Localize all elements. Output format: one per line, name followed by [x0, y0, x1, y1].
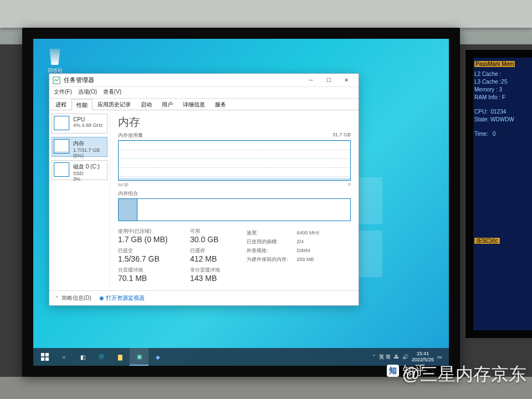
- close-button[interactable]: ✕: [337, 74, 355, 87]
- performance-sidebar: CPU 4% 4.68 GHz 内存 1.7/31.7 GB (5%) 磁盘 0…: [49, 110, 110, 290]
- author-watermark: @三星内存京东: [402, 362, 526, 387]
- recycle-bin-icon: [46, 47, 64, 65]
- tab-startup[interactable]: 启动: [136, 99, 157, 110]
- edge-button[interactable]: ⓔ: [92, 348, 111, 366]
- open-resource-monitor-link[interactable]: ◉ 打开资源监视器: [99, 294, 145, 302]
- start-button[interactable]: [35, 348, 54, 366]
- task-manager-window: 任务管理器 ─ ☐ ✕ 文件(F) 选项(O) 查看(V) 进程 性能 应用历史…: [49, 73, 359, 306]
- desktop[interactable]: 回收站 任务管理器 ─ ☐ ✕ 文件(F) 选项(O) 查看(V) 进程 性能: [33, 39, 449, 366]
- stat-available: 30.0 GB: [190, 235, 245, 244]
- fewer-details-link[interactable]: 简略信息(D): [62, 294, 91, 302]
- sidebar-item-memory[interactable]: 内存 1.7/31.7 GB (5%): [52, 137, 108, 157]
- stat-nonpaged: 143 MB: [190, 274, 245, 283]
- stat-cached: 412 MB: [190, 254, 245, 263]
- spec-speed: 6400 MHz: [297, 229, 320, 237]
- clock[interactable]: 15:41 2022/5/25: [412, 351, 434, 363]
- task-manager-icon: [53, 76, 60, 84]
- edge-icon: ⓔ: [99, 353, 104, 361]
- stat-committed: 1.5/36.7 GB: [118, 254, 190, 263]
- passmark-esc: (ESC)/(c: [474, 238, 500, 244]
- panel-heading: 内存: [118, 115, 351, 130]
- minimize-button[interactable]: ─: [302, 74, 320, 87]
- tab-users[interactable]: 用户: [157, 99, 178, 110]
- primary-monitor: 回收站 任务管理器 ─ ☐ ✕ 文件(F) 选项(O) 查看(V) 进程 性能: [22, 28, 460, 377]
- sidebar-item-disk[interactable]: 磁盘 0 (C:) SSD 3%: [52, 160, 108, 180]
- memory-spec-table: 速度:6400 MHz 已使用的插槽:2/4 外形规格:DIMM 为硬件保留的内…: [245, 228, 321, 264]
- memory-usage-graph[interactable]: [118, 140, 351, 181]
- notifications-icon[interactable]: ▭: [437, 354, 442, 360]
- taskmgr-footer: ⌃ 简略信息(D) ◉ 打开资源监视器: [49, 290, 359, 305]
- ime-indicator[interactable]: 英 简: [379, 354, 391, 361]
- window-title: 任务管理器: [64, 76, 94, 84]
- app-button[interactable]: ◆: [149, 348, 167, 366]
- tabbar: 进程 性能 应用历史记录 启动 用户 详细信息 服务: [49, 98, 359, 110]
- app-icon: ◆: [156, 354, 160, 360]
- chevron-up-icon: ⌃: [55, 295, 59, 301]
- usage-graph-max: 31.7 GB: [332, 132, 351, 139]
- menu-file[interactable]: 文件(F): [54, 89, 72, 95]
- taskmgr-icon: ▣: [137, 354, 142, 360]
- spec-form: DIMM: [297, 247, 320, 254]
- folder-icon: ▇: [118, 354, 122, 360]
- volume-icon[interactable]: 🔊: [402, 354, 408, 360]
- composition-label: 内存组合: [118, 190, 138, 197]
- maximize-button[interactable]: ☐: [320, 74, 337, 87]
- search-icon: ○: [62, 354, 65, 360]
- tab-app-history[interactable]: 应用历史记录: [93, 99, 136, 110]
- search-button[interactable]: ○: [54, 348, 73, 366]
- recycle-bin[interactable]: 回收站: [42, 47, 68, 74]
- spec-slots: 2/4: [297, 238, 320, 245]
- stat-paged: 70.1 MB: [118, 274, 190, 283]
- svg-rect-4: [45, 357, 49, 361]
- passmark-title: PassMark Mem: [474, 61, 515, 67]
- usage-graph-label: 内存使用量: [118, 132, 143, 139]
- memory-panel: 内存 32.0 GB 内存使用量 31.7 GB 60 秒 0 内存组合: [110, 110, 359, 290]
- zhihu-icon: 知: [387, 365, 399, 377]
- svg-rect-3: [41, 357, 44, 361]
- memory-thumbnail-icon: [54, 139, 69, 154]
- spec-reserved: 259 MB: [297, 255, 320, 263]
- menu-options[interactable]: 选项(O): [78, 89, 97, 95]
- explorer-button[interactable]: ▇: [111, 348, 130, 366]
- menu-view[interactable]: 查看(V): [103, 89, 121, 95]
- stat-in-use: 1.7 GB (0 MB): [118, 235, 190, 244]
- titlebar[interactable]: 任务管理器 ─ ☐ ✕: [49, 74, 359, 87]
- menubar: 文件(F) 选项(O) 查看(V): [49, 87, 359, 98]
- network-icon[interactable]: 🖧: [394, 354, 399, 360]
- monitor-icon: ◉: [99, 295, 106, 301]
- cpu-thumbnail-icon: [54, 116, 69, 130]
- tray-chevron-icon[interactable]: ˄: [373, 354, 376, 360]
- tab-performance[interactable]: 性能: [71, 99, 93, 110]
- svg-rect-2: [45, 353, 49, 356]
- system-tray[interactable]: ˄ 英 简 🖧 🔊 15:41 2022/5/25 ▭: [369, 351, 447, 363]
- tab-services[interactable]: 服务: [210, 99, 231, 110]
- memory-composition-graph[interactable]: [118, 198, 351, 221]
- sidebar-item-cpu[interactable]: CPU 4% 4.68 GHz: [52, 114, 108, 134]
- disk-thumbnail-icon: [54, 162, 69, 177]
- secondary-monitor: PassMark Mem L2 Cache : L3 Cache :25 Mem…: [466, 50, 532, 338]
- tab-details[interactable]: 详细信息: [178, 99, 210, 110]
- task-view-button[interactable]: ◧: [73, 348, 92, 366]
- tab-processes[interactable]: 进程: [50, 99, 71, 110]
- svg-rect-1: [41, 353, 44, 356]
- taskmgr-button[interactable]: ▣: [130, 348, 149, 366]
